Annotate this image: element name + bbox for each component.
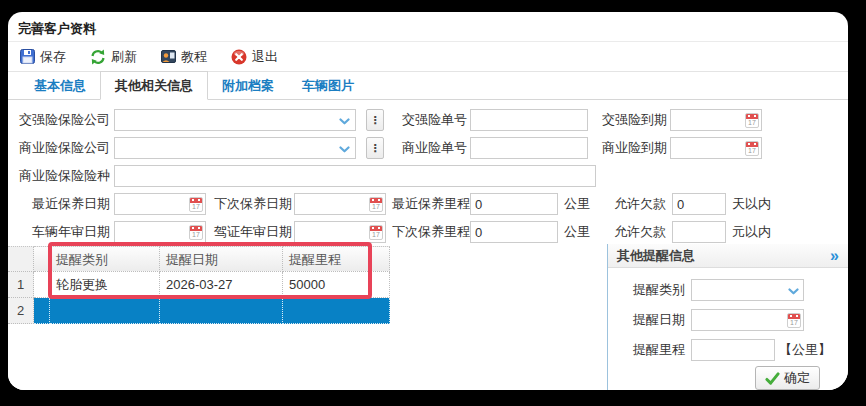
commercial-type-input[interactable] bbox=[114, 165, 596, 187]
calendar-icon-day: 17 bbox=[788, 319, 800, 327]
allow-arrears-days-label: 允许欠款 bbox=[610, 195, 666, 213]
calendar-icon[interactable]: 17 bbox=[189, 197, 203, 212]
commercial-no-label: 商业险单号 bbox=[402, 139, 466, 157]
tab-basic-info[interactable]: 基本信息 bbox=[20, 72, 100, 99]
tab-vehicle-photos[interactable]: 车辆图片 bbox=[288, 72, 368, 99]
confirm-button[interactable]: 确定 bbox=[755, 366, 820, 390]
compulsory-company-label: 交强险保险公司 bbox=[14, 111, 110, 129]
refresh-button[interactable]: 刷新 bbox=[90, 48, 137, 66]
refresh-icon bbox=[90, 49, 106, 65]
table-row[interactable]: 1 轮胎更换 2026-03-27 50000 bbox=[8, 272, 390, 298]
commercial-expiry-label: 商业险到期 bbox=[602, 139, 666, 157]
commercial-type-label: 商业险保险险种 bbox=[14, 167, 110, 185]
allow-arrears-days-unit: 天以内 bbox=[732, 195, 771, 213]
row-number: 2 bbox=[8, 298, 34, 324]
grid-header-gutter bbox=[8, 246, 34, 272]
compulsory-company-more-button[interactable]: ⋮ bbox=[366, 109, 384, 131]
grid-header-date[interactable]: 提醒日期 bbox=[160, 246, 283, 272]
compulsory-no-label: 交强险单号 bbox=[402, 111, 466, 129]
form-row-compulsory: 交强险保险公司 ⋮ 交强险单号 交强险到期 17 bbox=[14, 106, 848, 134]
tab-attachments[interactable]: 附加档案 bbox=[208, 72, 288, 99]
save-button[interactable]: 保存 bbox=[20, 48, 66, 66]
reminder-mileage-label: 提醒里程 bbox=[633, 341, 685, 359]
grid-header-mileage[interactable]: 提醒里程 bbox=[283, 246, 390, 272]
last-maintenance-mileage-input[interactable] bbox=[470, 193, 558, 215]
calendar-icon-top bbox=[190, 226, 202, 231]
commercial-company-select[interactable] bbox=[114, 137, 356, 159]
calendar-icon-top bbox=[190, 198, 202, 203]
reminder-type-label: 提醒类别 bbox=[633, 281, 685, 299]
reminder-type-select[interactable] bbox=[691, 279, 804, 301]
confirm-row: 确定 bbox=[608, 366, 848, 390]
calendar-icon-day: 17 bbox=[746, 119, 758, 127]
next-maintenance-date-label: 下次保养日期 bbox=[214, 195, 290, 213]
calendar-icon-day: 17 bbox=[746, 147, 758, 155]
calendar-icon[interactable]: 17 bbox=[745, 113, 759, 128]
compulsory-no-input[interactable] bbox=[470, 109, 588, 131]
chevron-down-icon bbox=[783, 286, 803, 295]
tutorial-icon bbox=[161, 49, 176, 64]
cell-reminder-date[interactable] bbox=[160, 298, 283, 324]
license-inspection-date-field: 17 bbox=[294, 221, 386, 243]
allow-arrears-amount-input[interactable] bbox=[672, 221, 726, 243]
mileage-unit-label: 公里 bbox=[564, 223, 590, 241]
form-row-maintenance: 最近保养日期 17 下次保养日期 17 最近保养里程 公里 允许欠款 天以内 bbox=[14, 190, 848, 218]
allow-arrears-days-input[interactable] bbox=[672, 193, 726, 215]
tab-other-info[interactable]: 其他相关信息 bbox=[100, 71, 208, 100]
calendar-icon[interactable]: 17 bbox=[369, 225, 383, 240]
reminder-mileage-input[interactable] bbox=[691, 339, 775, 361]
exit-button[interactable]: 退出 bbox=[231, 48, 278, 66]
toolbar: 保存 刷新 教程 退出 bbox=[8, 42, 848, 72]
save-icon bbox=[20, 49, 35, 64]
panel-row-mileage: 提醒里程 【公里】 bbox=[608, 338, 848, 362]
calendar-icon[interactable]: 17 bbox=[369, 197, 383, 212]
mileage-unit-label: 公里 bbox=[564, 195, 590, 213]
calendar-icon-day: 17 bbox=[190, 203, 202, 211]
last-maintenance-date-field: 17 bbox=[114, 193, 206, 215]
exit-label: 退出 bbox=[252, 48, 278, 66]
reminder-grid: 提醒类别 提醒日期 提醒里程 1 轮胎更换 2026-03-27 50000 2 bbox=[8, 246, 390, 324]
panel-title: 其他提醒信息 bbox=[617, 247, 695, 265]
cell-reminder-date[interactable]: 2026-03-27 bbox=[160, 272, 283, 298]
confirm-label: 确定 bbox=[784, 369, 810, 387]
cell-reminder-type[interactable] bbox=[50, 298, 160, 324]
calendar-icon-day: 17 bbox=[370, 203, 382, 211]
calendar-icon-top bbox=[746, 142, 758, 147]
row-indicator bbox=[34, 272, 50, 298]
calendar-icon[interactable]: 17 bbox=[787, 313, 801, 328]
compulsory-company-select[interactable] bbox=[114, 109, 356, 131]
panel-row-type: 提醒类别 bbox=[608, 278, 848, 302]
ellipsis-icon: ⋮ bbox=[370, 143, 381, 153]
calendar-icon-top bbox=[370, 226, 382, 231]
page-title: 完善客户资料 bbox=[18, 20, 96, 38]
panel-row-date: 提醒日期 17 bbox=[608, 308, 848, 332]
cell-reminder-type[interactable]: 轮胎更换 bbox=[50, 272, 160, 298]
reminder-mileage-unit: 【公里】 bbox=[779, 341, 831, 359]
cell-reminder-mileage[interactable] bbox=[283, 298, 390, 324]
cell-reminder-mileage[interactable]: 50000 bbox=[283, 272, 390, 298]
collapse-panel-icon[interactable]: » bbox=[830, 249, 839, 263]
reminder-date-label: 提醒日期 bbox=[633, 311, 685, 329]
calendar-icon[interactable]: 17 bbox=[189, 225, 203, 240]
chevron-down-icon bbox=[334, 116, 355, 125]
next-maintenance-mileage-input[interactable] bbox=[470, 221, 558, 243]
table-row-selected[interactable]: 2 bbox=[8, 298, 390, 324]
grid-header-type[interactable]: 提醒类别 bbox=[50, 246, 160, 272]
commercial-company-more-button[interactable]: ⋮ bbox=[366, 137, 384, 159]
next-maintenance-mileage-label: 下次保养里程 bbox=[392, 223, 464, 241]
calendar-icon-top bbox=[370, 198, 382, 203]
save-label: 保存 bbox=[40, 48, 66, 66]
tutorial-button[interactable]: 教程 bbox=[161, 48, 207, 66]
allow-arrears-amount-label: 允许欠款 bbox=[610, 223, 666, 241]
exit-icon bbox=[231, 49, 247, 65]
commercial-expiry-field: 17 bbox=[670, 137, 762, 159]
vehicle-inspection-date-field: 17 bbox=[114, 221, 206, 243]
commercial-no-input[interactable] bbox=[470, 137, 588, 159]
license-inspection-date-label: 驾证年审日期 bbox=[214, 223, 290, 241]
refresh-label: 刷新 bbox=[111, 48, 137, 66]
compulsory-expiry-field: 17 bbox=[670, 109, 762, 131]
panel-header: 其他提醒信息 » bbox=[608, 244, 848, 268]
row-number: 1 bbox=[8, 272, 34, 298]
allow-arrears-amount-unit: 元以内 bbox=[732, 223, 771, 241]
calendar-icon[interactable]: 17 bbox=[745, 141, 759, 156]
